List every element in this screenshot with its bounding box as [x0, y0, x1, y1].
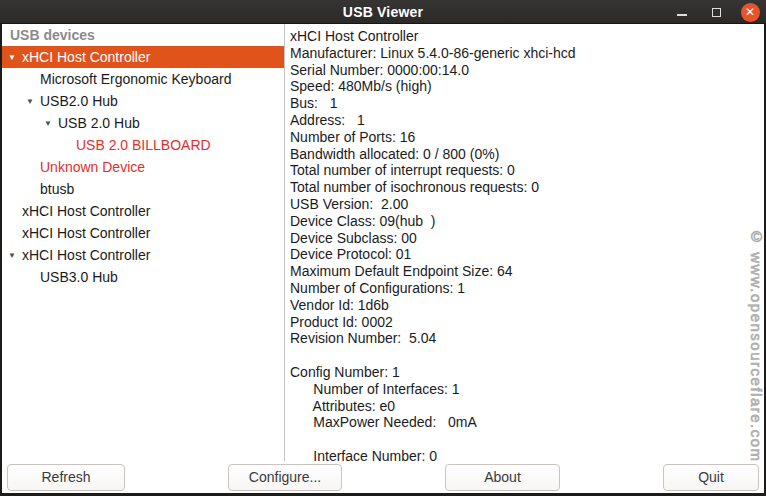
tree-item-label: USB2.0 Hub [40, 93, 118, 109]
expander-arrow-icon[interactable]: ▼ [8, 251, 22, 260]
detail-line: Device Subclass: 00 [290, 230, 764, 247]
detail-line: Maximum Default Endpoint Size: 64 [290, 263, 764, 280]
device-details-text: xHCI Host ControllerManufacturer: Linux … [290, 28, 764, 461]
tree-item-label: xHCI Host Controller [22, 225, 150, 241]
tree-item[interactable]: btusb [2, 178, 284, 200]
detail-line: Serial Number: 0000:00:14.0 [290, 62, 764, 79]
usb-viewer-window: USB Viewer ✕ USB devices ▼xHCI Host Cont… [0, 0, 766, 496]
tree-item-label: USB 2.0 BILLBOARD [76, 137, 211, 153]
detail-line: Bandwidth allocated: 0 / 800 (0%) [290, 146, 764, 163]
detail-line: Config Number: 1 [290, 364, 764, 381]
tree-item-label: btusb [40, 181, 74, 197]
detail-line: Total number of interrupt requests: 0 [290, 162, 764, 179]
detail-line: Total number of isochronous requests: 0 [290, 179, 764, 196]
detail-line: USB Version: 2.00 [290, 196, 764, 213]
tree-item[interactable]: Microsoft Ergonomic Keyboard [2, 68, 284, 90]
main-content: USB devices ▼xHCI Host ControllerMicroso… [2, 24, 764, 461]
tree-item[interactable]: ▼USB 2.0 Hub [2, 112, 284, 134]
detail-line: Device Class: 09(hub ) [290, 213, 764, 230]
footer-bar: RefreshConfigure...AboutQuit [2, 461, 764, 493]
tree-item[interactable]: USB 2.0 BILLBOARD [2, 134, 284, 156]
detail-line [290, 347, 764, 364]
titlebar[interactable]: USB Viewer ✕ [0, 0, 766, 24]
configure-button[interactable]: Configure... [228, 464, 342, 491]
detail-line: Product Id: 0002 [290, 314, 764, 331]
quit-button[interactable]: Quit [663, 464, 759, 491]
detail-line: Number of Interfaces: 1 [290, 381, 764, 398]
expander-arrow-icon[interactable]: ▼ [8, 53, 22, 62]
tree-item-label: USB3.0 Hub [40, 269, 118, 285]
details-panel: xHCI Host ControllerManufacturer: Linux … [285, 24, 764, 461]
device-tree-panel: USB devices ▼xHCI Host ControllerMicroso… [2, 24, 285, 461]
expander-arrow-icon[interactable]: ▼ [26, 97, 40, 106]
detail-line: Bus: 1 [290, 95, 764, 112]
detail-line: xHCI Host Controller [290, 28, 764, 45]
tree-item-label: USB 2.0 Hub [58, 115, 140, 131]
tree-item[interactable]: USB3.0 Hub [2, 266, 284, 288]
refresh-button[interactable]: Refresh [7, 464, 125, 491]
tree-item[interactable]: xHCI Host Controller [2, 200, 284, 222]
tree-item[interactable]: ▼USB2.0 Hub [2, 90, 284, 112]
tree-item-label: Unknown Device [40, 159, 145, 175]
tree-item[interactable]: ▼xHCI Host Controller [2, 244, 284, 266]
close-icon: ✕ [741, 3, 760, 22]
expander-arrow-icon[interactable]: ▼ [44, 119, 58, 128]
tree-item-label: xHCI Host Controller [22, 203, 150, 219]
close-button[interactable]: ✕ [740, 2, 760, 22]
detail-line: Interface Number: 0 [290, 448, 764, 461]
detail-line: Speed: 480Mb/s (high) [290, 78, 764, 95]
detail-line: Address: 1 [290, 112, 764, 129]
detail-line: MaxPower Needed: 0mA [290, 414, 764, 431]
tree-item-label: xHCI Host Controller [22, 247, 150, 263]
window-controls: ✕ [672, 0, 760, 24]
about-button[interactable]: About [445, 464, 560, 491]
detail-line: Manufacturer: Linux 5.4.0-86-generic xhc… [290, 45, 764, 62]
tree-item[interactable]: Unknown Device [2, 156, 284, 178]
maximize-button[interactable] [706, 2, 726, 22]
tree-item-label: Microsoft Ergonomic Keyboard [40, 71, 231, 87]
minimize-button[interactable] [672, 2, 692, 22]
window-title: USB Viewer [343, 4, 423, 20]
detail-line: Attributes: e0 [290, 398, 764, 415]
minimize-icon [677, 14, 687, 16]
detail-line [290, 431, 764, 448]
maximize-icon [712, 8, 721, 17]
tree-item[interactable]: ▼xHCI Host Controller [2, 46, 284, 68]
tree-column-header: USB devices [2, 24, 284, 46]
detail-line: Device Protocol: 01 [290, 246, 764, 263]
device-tree: ▼xHCI Host ControllerMicrosoft Ergonomic… [2, 46, 284, 288]
detail-line: Revision Number: 5.04 [290, 330, 764, 347]
tree-item[interactable]: xHCI Host Controller [2, 222, 284, 244]
detail-line: Vendor Id: 1d6b [290, 297, 764, 314]
tree-item-label: xHCI Host Controller [22, 49, 150, 65]
detail-line: Number of Configurations: 1 [290, 280, 764, 297]
detail-line: Number of Ports: 16 [290, 129, 764, 146]
